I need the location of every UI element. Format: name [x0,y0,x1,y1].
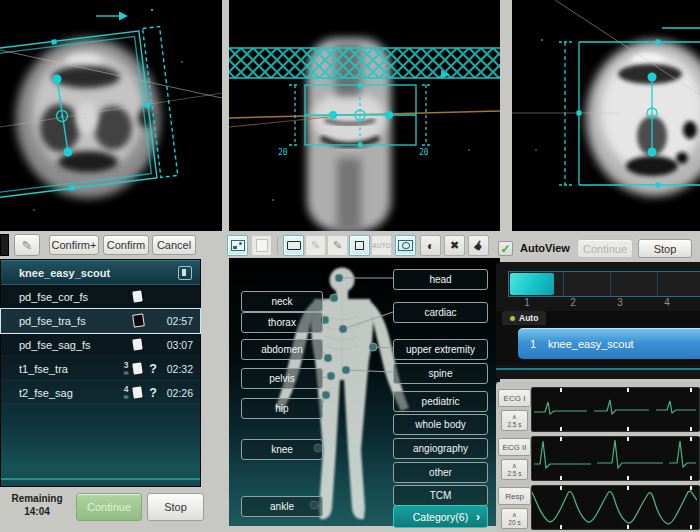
bodypart-ankle-button[interactable]: ankle [241,496,323,517]
stop-scan-button[interactable]: Stop [147,493,204,521]
viewport-coronal-middle[interactable]: 20 20 [229,0,500,231]
confirm-label: Confirm [107,239,146,251]
bodypart-thorax-button[interactable]: thorax [241,312,323,333]
fov-rect-tool-button[interactable] [283,235,304,256]
question-badge: ? [142,362,164,376]
edge-tool-button[interactable] [0,234,9,256]
scan-progress-track [508,271,700,297]
scan-row-pd-fse-tra-fs[interactable]: pd_fse_tra_fs 02:57 [1,309,200,333]
exam-card-tool-button[interactable] [227,235,248,256]
edit-protocol-button[interactable]: ✎ [14,234,40,256]
ecg2-trace-area [531,436,700,481]
view-scope-button[interactable] [395,235,416,256]
scan-row-pd-fse-sag-fs[interactable]: pd_fse_sag_fs 03:07 [1,333,200,357]
sequence-name: t1_fse_tra [19,363,119,375]
ecg2-label-button[interactable]: ECG II [498,438,531,456]
axial-knee-image [0,0,222,231]
window-level-button[interactable]: ◐ [420,235,441,256]
tools-button[interactable]: ✖ [444,235,465,256]
bodypart-upper-extremity-button[interactable]: upper extremity [393,339,488,360]
clipboard-icon [132,338,142,350]
viewport-axial-right[interactable] [512,0,700,231]
clipboard-icon [132,386,142,398]
continue-scan-button[interactable]: Continue [76,493,142,521]
viewport-axial-left[interactable] [0,0,222,231]
range-handle [64,148,73,157]
add-sat-band-button[interactable]: ✎ [327,235,348,256]
coronal-knee-image: 20 20 [229,0,500,231]
ecg1-label-button[interactable]: ECG I [498,389,531,407]
scan-row-t1-fse-tra[interactable]: t1_fse_tra 3∞ ? 02:32 [1,357,200,381]
scan-row-knee-easy-scout[interactable]: knee_easy_scout [1,260,200,285]
bodypart-neck-button[interactable]: neck [241,291,323,312]
scan-row-pd-fse-cor-fs[interactable]: pd_fse_cor_fs [1,285,200,309]
timeline-tick: 4 [661,297,673,308]
queue-scan-name: knee_easy_scout [548,338,634,350]
ecg2-scale-button[interactable]: ∧ 2.5 s [501,459,528,480]
category-button[interactable]: Category(6) › [393,505,488,528]
pencil-icon: ✎ [22,238,33,253]
hand-select-button[interactable]: ☛ [468,235,489,256]
remaining-label: Remaining [2,492,72,505]
autoview-checkbox[interactable]: ✓ [498,241,513,256]
auto-tab-strip: Auto [496,311,700,325]
auto-text-icon: AUTO [372,242,391,249]
hand-cursor-icon: ☛ [469,236,488,254]
bodypart-angiography-button[interactable]: angiography [393,438,488,459]
scan-row-t2-fse-sag[interactable]: t2_fse_sag 4∞ ? 02:26 [1,381,200,405]
bodypart-knee-button[interactable]: knee [241,439,323,460]
auto-position-button[interactable]: AUTO [371,235,392,256]
bodypart-other-button[interactable]: other [393,462,488,483]
continue-label: Continue [87,501,131,513]
range-handle [53,75,62,84]
bodypart-cardiac-button[interactable]: cardiac [393,302,488,323]
fov-size-label-left: 20 [278,148,288,157]
cancel-button[interactable]: Cancel [152,235,196,255]
copy-page-tool-button[interactable] [251,235,272,256]
sequence-name: pd_fse_tra_fs [19,315,119,327]
confirm-button[interactable]: Confirm [103,235,149,255]
waveform-row-ecg1: ECG I ∧ 2.5 s [496,385,700,432]
autoview-label: AutoView [520,241,570,256]
confirm-plus-label: Confirm+ [52,239,97,251]
remaining-time: Remaining 14:04 [2,492,72,518]
range-handle [648,148,657,157]
range-handle [648,73,657,82]
small-fov-tool-button[interactable] [349,235,370,256]
bodypart-head-button[interactable]: head [393,269,488,290]
resp-scale-button[interactable]: ∧ 20 s [501,508,528,529]
remaining-value: 14:04 [2,505,72,518]
tools-icon: ✖ [450,239,459,252]
clipboard-icon [132,313,145,327]
auto-tab[interactable]: Auto [502,311,546,325]
ecg1-trace-area [531,387,700,432]
autoview-continue-button[interactable]: Continue [577,239,633,258]
question-badge: ? [142,386,164,400]
queue-progress-line [1,478,200,480]
queue-strip: 1 knee_easy_scout [496,325,700,365]
ecg1-scale-button[interactable]: ∧ 2.5 s [501,410,528,431]
scout-status-icon [178,266,192,280]
confirm-plus-button[interactable]: Confirm+ [49,235,99,255]
auto-tab-label: Auto [519,313,538,323]
scan-progress-fill [510,273,554,295]
add-slice-group-button[interactable]: ✎ [305,235,326,256]
bodypart-pelvis-button[interactable]: pelvis [241,368,323,389]
category-label: Category(6) [413,511,468,523]
bodypart-abdomen-button[interactable]: abdomen [241,339,323,360]
bodypart-hip-button[interactable]: hip [241,398,323,419]
bodypart-tcm-button[interactable]: TCM [393,485,488,506]
ecg1-trace [532,388,697,429]
bodypart-whole-body-button[interactable]: whole body [393,414,488,435]
autoview-stop-button[interactable]: Stop [638,239,692,258]
clipboard-icon [132,290,142,302]
pencil-plus-icon: ✎ [333,239,342,252]
bodypart-pediatric-button[interactable]: pediatric [393,391,488,412]
scan-duration: 02:32 [167,363,200,375]
queued-scan-bar[interactable]: 1 knee_easy_scout [518,328,700,359]
saturation-band[interactable] [229,48,500,79]
bodypart-spine-button[interactable]: spine [393,363,488,384]
scope-icon [398,240,413,251]
sequence-name: pd_fse_sag_fs [19,339,119,351]
resp-label-button[interactable]: Resp [498,487,531,505]
